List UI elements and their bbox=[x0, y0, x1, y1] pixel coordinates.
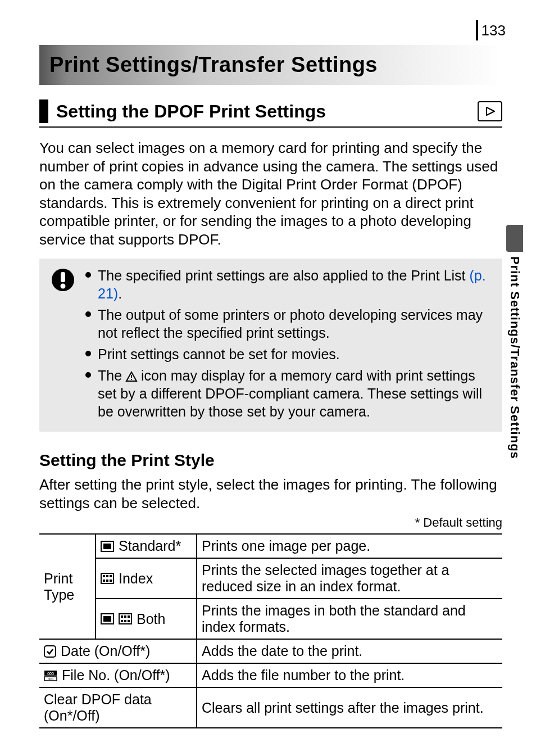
side-tab: Print Settings/Transfer Settings bbox=[505, 225, 525, 461]
svg-point-3 bbox=[61, 284, 66, 289]
intro-paragraph: You can select images on a memory card f… bbox=[39, 139, 502, 248]
row-group-label: Print Type bbox=[39, 534, 96, 639]
svg-rect-5 bbox=[131, 375, 132, 378]
svg-rect-12 bbox=[110, 575, 112, 577]
svg-rect-10 bbox=[103, 575, 105, 577]
print-style-table: Print Type Standard* Prints one image pe… bbox=[39, 533, 502, 728]
standard-print-icon bbox=[101, 613, 114, 624]
table-row: Date (On/Off*) Adds the date to the prin… bbox=[39, 639, 502, 663]
option-cell: 000000 File No. (On/Off*) bbox=[39, 663, 197, 687]
table-row: Both Prints the images in both the stand… bbox=[39, 599, 502, 639]
option-description: Prints the images in both the standard a… bbox=[197, 599, 502, 639]
svg-rect-20 bbox=[124, 615, 126, 618]
option-cell: Date (On/Off*) bbox=[39, 639, 197, 663]
option-description: Prints the selected images together at a… bbox=[197, 558, 502, 599]
svg-rect-15 bbox=[110, 580, 112, 582]
callout-item: The output of some printers or photo dev… bbox=[85, 306, 493, 342]
svg-rect-9 bbox=[101, 573, 113, 583]
option-label: File No. (On/Off*) bbox=[62, 667, 170, 683]
default-setting-note: * Default setting bbox=[39, 515, 502, 530]
table-row: Clear DPOF data (On*/Off) Clears all pri… bbox=[39, 687, 502, 728]
chapter-title: Print Settings/Transfer Settings bbox=[39, 45, 502, 85]
svg-rect-13 bbox=[103, 580, 105, 582]
callout-text: The bbox=[98, 368, 126, 383]
option-cell: Both bbox=[96, 599, 197, 639]
option-cell: Clear DPOF data (On*/Off) bbox=[39, 687, 197, 728]
playback-mode-icon bbox=[478, 101, 502, 121]
option-description: Adds the date to the print. bbox=[197, 639, 502, 663]
option-description: Clears all print settings after the imag… bbox=[197, 687, 502, 728]
svg-rect-6 bbox=[131, 379, 132, 380]
side-tab-label: Print Settings/Transfer Settings bbox=[507, 256, 522, 459]
standard-print-icon bbox=[101, 541, 114, 552]
callout-item: Print settings cannot be set for movies. bbox=[85, 345, 493, 363]
svg-text:000: 000 bbox=[48, 677, 54, 681]
option-label: Index bbox=[119, 571, 153, 587]
svg-rect-2 bbox=[61, 272, 65, 282]
table-row: Index Prints the selected images togethe… bbox=[39, 558, 502, 599]
section-heading-row: Setting the DPOF Print Settings bbox=[39, 99, 502, 128]
file-number-icon: 000000 bbox=[44, 670, 57, 681]
callout-item: The icon may display for a memory card w… bbox=[85, 366, 493, 420]
option-cell: Index bbox=[96, 558, 197, 599]
page-content: Print Settings/Transfer Settings Setting… bbox=[0, 0, 536, 728]
section-title: Setting the DPOF Print Settings bbox=[56, 101, 472, 122]
svg-rect-11 bbox=[106, 575, 108, 577]
callout-list: The specified print settings are also ap… bbox=[85, 266, 493, 424]
svg-rect-21 bbox=[128, 615, 130, 618]
svg-rect-14 bbox=[106, 580, 108, 582]
option-description: Prints one image per page. bbox=[197, 534, 502, 558]
page-number: 133 bbox=[476, 20, 506, 40]
callout-text: The specified print settings are also ap… bbox=[98, 268, 469, 283]
option-description: Adds the file number to the print. bbox=[197, 663, 502, 687]
sub-heading: Setting the Print Style bbox=[39, 451, 502, 470]
warning-callout: The specified print settings are also ap… bbox=[39, 259, 502, 432]
date-icon bbox=[44, 645, 56, 658]
table-row: 000000 File No. (On/Off*) Adds the file … bbox=[39, 663, 502, 687]
svg-rect-25 bbox=[44, 646, 56, 657]
callout-text-suffix: . bbox=[118, 286, 122, 301]
option-cell: Standard* bbox=[96, 534, 197, 558]
svg-rect-23 bbox=[124, 620, 126, 622]
option-label: Both bbox=[137, 611, 165, 627]
option-label: Date (On/Off*) bbox=[61, 643, 150, 659]
svg-rect-18 bbox=[119, 614, 131, 624]
section-accent-bar bbox=[39, 99, 48, 123]
table-row: Print Type Standard* Prints one image pe… bbox=[39, 534, 502, 558]
side-tab-marker bbox=[506, 225, 523, 252]
warning-icon bbox=[48, 266, 78, 424]
svg-rect-17 bbox=[103, 616, 111, 622]
svg-rect-24 bbox=[128, 620, 130, 622]
option-label: Standard* bbox=[119, 538, 181, 554]
index-print-icon bbox=[119, 613, 132, 624]
svg-text:000: 000 bbox=[47, 672, 54, 676]
svg-rect-19 bbox=[121, 615, 123, 618]
sub-paragraph: After setting the print style, select th… bbox=[39, 476, 502, 512]
svg-rect-22 bbox=[121, 620, 123, 622]
callout-text-suffix: icon may display for a memory card with … bbox=[98, 368, 482, 419]
caution-triangle-icon bbox=[126, 372, 137, 382]
svg-rect-8 bbox=[103, 544, 111, 549]
index-print-icon bbox=[101, 573, 114, 584]
callout-item: The specified print settings are also ap… bbox=[85, 266, 493, 302]
svg-marker-0 bbox=[487, 107, 494, 115]
